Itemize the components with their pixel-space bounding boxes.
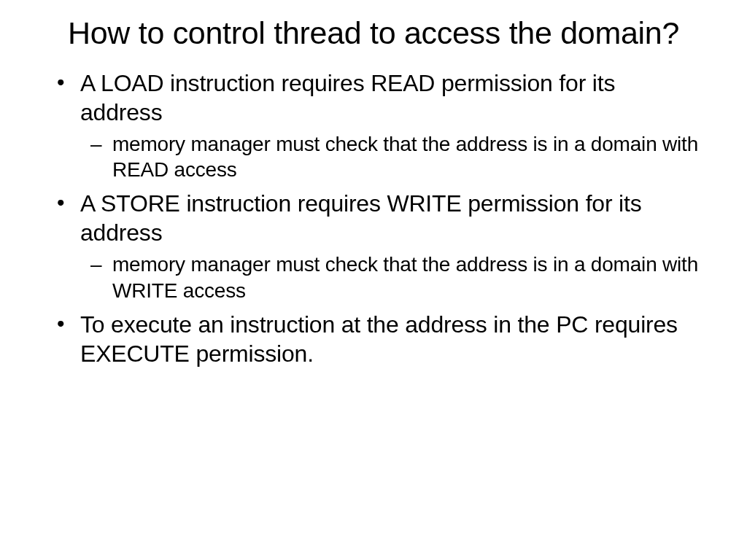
bullet-item: To execute an instruction at the address… [44, 310, 703, 368]
bullet-text: To execute an instruction at the address… [80, 311, 678, 367]
bullet-text: A STORE instruction requires WRITE permi… [80, 190, 641, 246]
bullet-list: A LOAD instruction requires READ permiss… [44, 69, 703, 368]
bullet-item: A LOAD instruction requires READ permiss… [44, 69, 703, 184]
sub-bullet-item: memory manager must check that the addre… [80, 131, 703, 184]
bullet-item: A STORE instruction requires WRITE permi… [44, 189, 703, 304]
sub-bullet-text: memory manager must check that the addre… [112, 133, 698, 182]
bullet-text: A LOAD instruction requires READ permiss… [80, 70, 615, 125]
sub-bullet-item: memory manager must check that the addre… [80, 252, 703, 304]
sub-bullet-list: memory manager must check that the addre… [80, 252, 703, 304]
slide-title: How to control thread to access the doma… [44, 15, 703, 52]
sub-bullet-text: memory manager must check that the addre… [112, 253, 698, 302]
sub-bullet-list: memory manager must check that the addre… [80, 131, 703, 184]
